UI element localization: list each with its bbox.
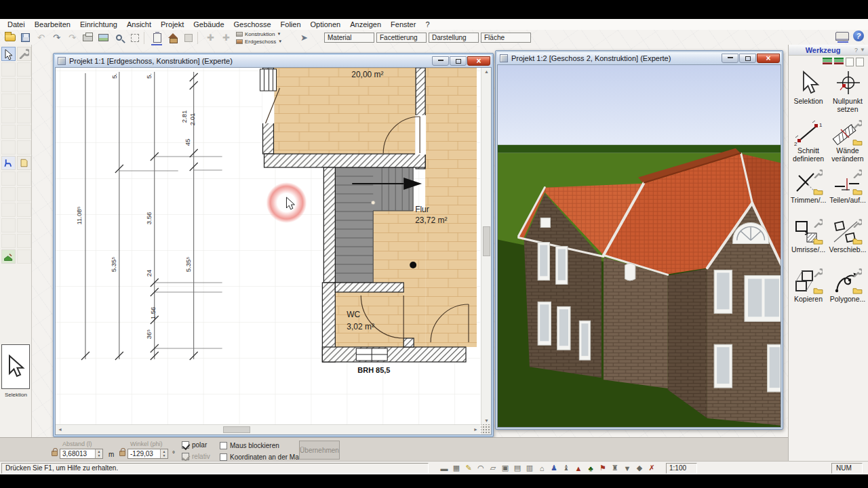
sidebar-objects-icon[interactable] — [17, 156, 31, 170]
sidebar-select-icon[interactable] — [1, 47, 16, 61]
scroll-down-icon[interactable]: ▼ — [484, 418, 489, 423]
sidebar-measure-icon[interactable] — [1, 218, 16, 232]
fit-view-icon[interactable] — [127, 31, 142, 45]
distance-input[interactable]: 3,68013 ▲▼ — [60, 449, 103, 459]
mouse-lock-checkbox[interactable]: Maus blockieren — [220, 442, 279, 449]
open-project-icon[interactable] — [2, 31, 18, 45]
page-prev-icon[interactable] — [846, 58, 854, 66]
sidebar-plane-icon[interactable] — [1, 125, 16, 139]
sidebar-door-icon[interactable] — [1, 78, 16, 92]
sidebar-brick-icon[interactable] — [17, 62, 31, 77]
polygon-tool-icon[interactable]: ▱ — [488, 464, 498, 472]
minimize-button[interactable] — [722, 54, 738, 63]
horizontal-scroll-thumb[interactable] — [223, 426, 250, 433]
sidebar-extra-icon[interactable] — [17, 249, 31, 264]
sidebar-wall-icon[interactable] — [1, 62, 16, 77]
mouse-coords-checkbox[interactable]: Koordinaten an der Maus — [220, 453, 306, 461]
scroll-right-icon[interactable]: ► — [473, 427, 478, 432]
door-tool-icon[interactable]: ▥ — [525, 464, 534, 472]
sidebar-layer-icon[interactable] — [1, 203, 16, 217]
plan-vertical-scrollbar[interactable]: ▲ ▼ — [481, 68, 491, 424]
flag-icon[interactable]: ⚑ — [598, 464, 608, 472]
tool-selektion[interactable]: Selektion — [789, 68, 828, 117]
page-next-icon[interactable] — [856, 58, 864, 66]
tool-waende-veraendern[interactable]: Wände verändern — [828, 117, 867, 167]
move-icon[interactable]: ✚ — [203, 31, 218, 45]
person-icon[interactable]: ♟ — [549, 464, 559, 472]
vertical-scroll-thumb[interactable] — [483, 226, 490, 256]
sidebar-text-icon[interactable] — [1, 171, 16, 186]
plan-window-titlebar[interactable]: Projekt 1:1 [Erdgeschoss, Konstruktion] … — [55, 55, 492, 67]
flaeche-button[interactable]: Fläche — [481, 33, 531, 43]
facettierung-button[interactable]: Facettierung — [376, 33, 427, 43]
sidebar-plate-icon[interactable] — [17, 140, 31, 155]
view3d-window-titlebar[interactable]: Projekt 1:2 [Geschoss 2, Konstruktion] (… — [497, 52, 781, 64]
maximize-button[interactable] — [739, 54, 756, 63]
node-icon[interactable]: ◆ — [635, 464, 644, 472]
sidebar-label-icon[interactable] — [17, 171, 31, 186]
sidebar-surface2-icon[interactable] — [17, 187, 31, 201]
delete-icon[interactable]: ✗ — [647, 464, 656, 472]
pointer-settings-icon[interactable]: ➤ — [296, 31, 312, 45]
tool-trimmen[interactable]: Trimmen/... — [789, 167, 828, 216]
sidebar-roof-icon[interactable] — [17, 94, 31, 108]
darstellung-button[interactable]: Darstellung — [429, 33, 479, 43]
scroll-up-icon[interactable]: ▲ — [484, 69, 489, 74]
angle-spinner[interactable]: ▲▼ — [160, 449, 167, 458]
sidebar-area-icon[interactable] — [17, 125, 31, 139]
close-button[interactable]: × — [467, 56, 490, 66]
sidebar-furniture-icon[interactable] — [1, 156, 16, 170]
move-alt-icon[interactable]: ✚ — [218, 31, 234, 45]
tree-icon[interactable]: ♣ — [586, 464, 595, 472]
layer-dropdown[interactable]: Konstruktion▼ — [236, 30, 294, 37]
sidebar-terrain-icon[interactable] — [1, 249, 16, 264]
sidebar-window-icon[interactable] — [17, 78, 31, 92]
plan-horizontal-scrollbar[interactable]: ◄ ► — [56, 424, 480, 434]
floor-dropdown[interactable]: Erdgeschoss▼ — [236, 38, 294, 45]
menu-projekt[interactable]: Projekt — [156, 20, 189, 29]
dropdown-icon[interactable]: ▼ — [623, 464, 632, 472]
tool-nullpunkt-setzen[interactable]: Nullpunkt setzen — [828, 68, 867, 117]
werkzeug-header[interactable]: Werkzeug ? ▼ — [789, 45, 868, 56]
construction-mode-icon[interactable] — [149, 31, 165, 45]
3d-view-icon[interactable] — [165, 31, 180, 45]
arc-tool-icon[interactable]: ◠ — [476, 464, 486, 472]
zoom-icon[interactable] — [111, 31, 127, 45]
layer-list2-icon[interactable] — [834, 58, 844, 66]
sidebar-corner-icon[interactable] — [17, 234, 31, 248]
menu-hilfe[interactable]: ? — [420, 20, 434, 29]
menu-fenster[interactable]: Fenster — [386, 20, 420, 29]
scroll-left-icon[interactable]: ◄ — [58, 427, 62, 432]
redo-icon[interactable]: ↷ — [49, 31, 64, 45]
close-button[interactable]: × — [757, 54, 780, 63]
tool-polygone[interactable]: Polygone... — [828, 266, 867, 315]
menu-anzeigen[interactable]: Anzeigen — [345, 20, 386, 29]
angle-input[interactable]: -129,03 ▲▼ — [127, 449, 168, 459]
menu-ansicht[interactable]: Ansicht — [122, 20, 156, 29]
layer-list-icon[interactable] — [823, 58, 832, 66]
menu-datei[interactable]: Datei — [3, 20, 30, 29]
sidebar-layer2-icon[interactable] — [17, 203, 31, 217]
window-tool-icon[interactable]: ▤ — [513, 464, 522, 472]
resize-grip[interactable] — [481, 424, 491, 434]
menu-optionen[interactable]: Optionen — [306, 20, 346, 29]
menu-einrichtung[interactable]: Einrichtung — [75, 20, 122, 29]
furniture-icon[interactable]: ♝ — [561, 464, 571, 472]
distance-lock-icon[interactable] — [52, 451, 58, 456]
plan-canvas[interactable]: 20,00 m² Flur 23,72 m² WC 3,02 m² BRH 85… — [56, 68, 480, 424]
grid-icon[interactable]: ▦ — [452, 464, 461, 472]
house-tool-icon[interactable]: ⌂ — [537, 464, 547, 472]
wall-tool-icon[interactable]: ▣ — [500, 464, 510, 472]
panel-collapse-icon[interactable]: ▼ — [860, 47, 865, 53]
apply-button[interactable]: Übernehmen — [299, 441, 340, 460]
sidebar-pipes-icon[interactable] — [1, 234, 16, 248]
tool-kopieren[interactable]: Kopieren — [789, 266, 828, 315]
sidebar-angle-icon[interactable] — [17, 218, 31, 232]
menu-folien[interactable]: Folien — [276, 20, 306, 29]
panel-help-icon[interactable]: ? — [854, 47, 858, 54]
sidebar-bed-icon[interactable] — [1, 109, 16, 123]
sidebar-table-icon[interactable] — [17, 109, 31, 123]
marker-icon[interactable]: ▲ — [574, 464, 583, 472]
sidebar-surface-icon[interactable] — [1, 187, 16, 201]
pencil-icon[interactable]: ✎ — [464, 464, 473, 472]
